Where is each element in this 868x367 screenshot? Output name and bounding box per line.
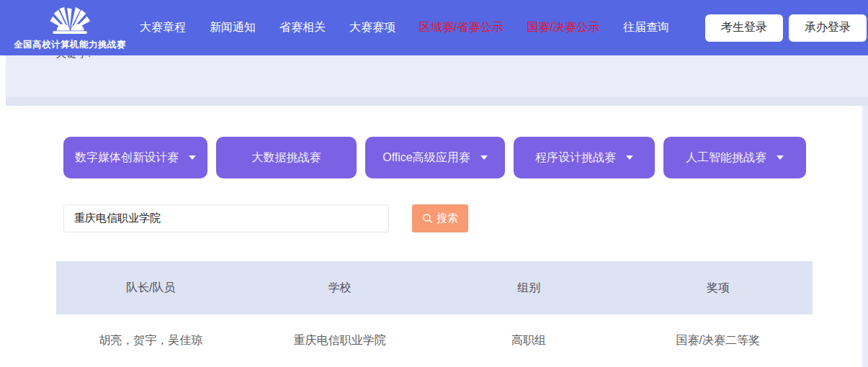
chevron-down-icon (777, 155, 784, 160)
column-header-members: 队长/队员 (56, 281, 246, 296)
top-navbar: 全国高校计算机能力挑战赛 大赛章程 新闻通知 省赛相关 大赛赛项 区域赛/省赛公… (0, 0, 868, 55)
results-table: 队长/队员 学校 组别 奖项 胡亮，贺宇，吴佳琼 重庆电信职业学院 高职组 国赛… (56, 261, 813, 367)
cell-group: 高职组 (434, 333, 624, 348)
main-nav: 大赛章程 新闻通知 省赛相关 大赛赛项 区域赛/省赛公示 国赛/决赛公示 往届查… (140, 20, 669, 35)
cell-award: 国赛/决赛二等奖 (624, 333, 813, 348)
category-programming-button[interactable]: 程序设计挑战赛 (514, 137, 655, 178)
site-logo[interactable]: 全国高校计算机能力挑战赛 (6, 0, 134, 55)
cell-school: 重庆电信职业学院 (246, 333, 435, 348)
category-digital-media-button[interactable]: 数字媒体创新设计赛 (63, 137, 207, 178)
column-header-school: 学校 (246, 281, 435, 296)
nav-item-charter[interactable]: 大赛章程 (140, 20, 186, 35)
category-big-data-button[interactable]: 大数据挑战赛 (216, 137, 357, 178)
category-label: 人工智能挑战赛 (686, 150, 766, 166)
candidate-login-button[interactable]: 考生登录 (705, 14, 783, 42)
table-header-row: 队长/队员 学校 组别 奖项 (56, 261, 813, 314)
banner-band: 关键字: (6, 55, 868, 97)
table-row: 胡亮，贺宇，吴佳琼 重庆电信职业学院 高职组 国赛/决赛二等奖 (56, 314, 813, 367)
category-label: 数字媒体创新设计赛 (75, 150, 179, 166)
search-row: 搜索 (63, 204, 468, 232)
cell-members: 胡亮，贺宇，吴佳琼 (56, 333, 246, 348)
clipped-keyword-label: 关键字: (55, 55, 91, 60)
category-label: 大数据挑战赛 (252, 150, 321, 166)
chevron-down-icon (626, 155, 633, 160)
nav-item-province[interactable]: 省赛相关 (279, 20, 326, 35)
nav-item-news[interactable]: 新闻通知 (210, 20, 256, 35)
category-buttons-row: 数字媒体创新设计赛 大数据挑战赛 Office高级应用赛 程序设计挑战赛 人工智… (63, 137, 806, 178)
category-ai-button[interactable]: 人工智能挑战赛 (663, 137, 806, 178)
search-icon (422, 213, 433, 224)
chevron-down-icon (189, 155, 196, 160)
divider-band (6, 97, 868, 106)
category-label: Office高级应用赛 (382, 150, 470, 166)
nav-item-regional-announce[interactable]: 区域赛/省赛公示 (419, 20, 503, 35)
chevron-down-icon (480, 155, 488, 160)
logo-title: 全国高校计算机能力挑战赛 (14, 39, 126, 51)
search-button[interactable]: 搜索 (412, 204, 468, 232)
auth-buttons: 考生登录 承办登录 (705, 14, 867, 42)
category-label: 程序设计挑战赛 (535, 150, 616, 166)
main-content: 数字媒体创新设计赛 大数据挑战赛 Office高级应用赛 程序设计挑战赛 人工智… (0, 106, 862, 367)
school-search-input[interactable] (63, 204, 389, 232)
sunburst-logo-icon (46, 5, 94, 38)
organizer-login-button[interactable]: 承办登录 (789, 14, 867, 42)
nav-item-national-announce[interactable]: 国赛/决赛公示 (527, 20, 599, 35)
nav-item-events[interactable]: 大赛赛项 (349, 20, 395, 35)
column-header-award: 奖项 (624, 281, 813, 296)
column-header-group: 组别 (434, 281, 624, 296)
scrollbar-track[interactable] (862, 106, 868, 367)
search-button-label: 搜索 (437, 212, 458, 225)
nav-item-past-query[interactable]: 往届查询 (623, 20, 669, 35)
category-office-button[interactable]: Office高级应用赛 (365, 137, 505, 178)
